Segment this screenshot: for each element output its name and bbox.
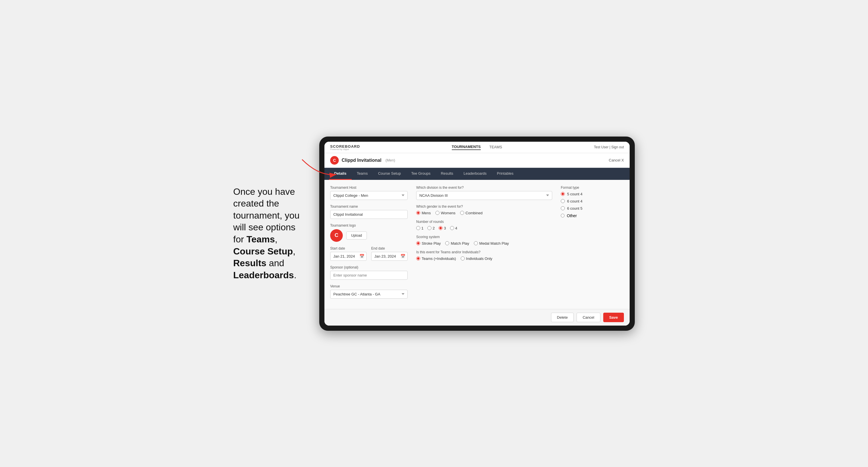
cancel-header-button[interactable]: Cancel X	[609, 158, 624, 162]
round-3[interactable]: 3	[439, 226, 446, 230]
gender-combined-radio[interactable]	[460, 211, 464, 215]
end-date-wrapper: 📅	[371, 252, 408, 261]
format-other-label: Other	[567, 213, 577, 218]
scoring-match[interactable]: Match Play	[445, 241, 469, 246]
individuals-only-radio[interactable]	[461, 256, 465, 260]
rounds-label: Number of rounds	[416, 220, 552, 224]
format-6count4-radio[interactable]	[561, 199, 565, 203]
tab-course-setup[interactable]: Course Setup	[373, 168, 406, 180]
venue-select[interactable]: Peachtree GC - Atlanta - GA	[330, 290, 408, 299]
upload-button[interactable]: Upload	[346, 231, 367, 240]
scoring-match-label: Match Play	[451, 241, 469, 246]
tab-details[interactable]: Details	[329, 168, 352, 180]
start-date-wrapper: 📅	[330, 252, 367, 261]
format-6count5[interactable]: 6 count 5	[561, 206, 624, 211]
format-6count5-label: 6 count 5	[567, 206, 583, 211]
format-6count4[interactable]: 6 count 4	[561, 199, 624, 204]
date-row: Start date 📅 End date 📅	[330, 246, 408, 261]
round-1-label: 1	[422, 226, 424, 230]
individuals-only-label: Individuals Only	[466, 256, 493, 261]
tab-tee-groups[interactable]: Tee Groups	[406, 168, 435, 180]
round-4-radio[interactable]	[450, 226, 454, 230]
nav-teams[interactable]: TEAMS	[489, 145, 502, 150]
gender-mens-label: Mens	[422, 211, 431, 215]
calendar-icon-end: 📅	[400, 254, 405, 258]
scoring-medal-radio[interactable]	[474, 241, 478, 245]
round-4[interactable]: 4	[450, 226, 457, 230]
round-3-label: 3	[444, 226, 446, 230]
teams-plus-individuals[interactable]: Teams (+Individuals)	[416, 256, 456, 261]
scoring-medal[interactable]: Medal Match Play	[474, 241, 509, 246]
format-5count4[interactable]: 5 count 4	[561, 192, 624, 196]
tournament-name: Clippd Invitational	[342, 158, 381, 163]
delete-button[interactable]: Delete	[551, 313, 574, 322]
gender-mens-radio[interactable]	[416, 211, 420, 215]
tournament-name-input[interactable]	[330, 210, 408, 219]
scoring-stroke[interactable]: Stroke Play	[416, 241, 441, 246]
gender-radio-group: Mens Womens Combined	[416, 211, 552, 215]
tournament-icon: C	[330, 156, 339, 165]
rounds-group: Number of rounds 1 2	[416, 220, 552, 230]
cancel-button[interactable]: Cancel	[577, 313, 600, 322]
nav-tournaments[interactable]: TOURNAMENTS	[452, 145, 481, 150]
tab-navigation: Details Teams Course Setup Tee Groups Re…	[324, 168, 630, 180]
format-5count4-label: 5 count 4	[567, 192, 583, 196]
scoring-label: Scoring system	[416, 235, 552, 239]
tab-leaderboards[interactable]: Leaderboards	[458, 168, 492, 180]
scoring-group: Scoring system Stroke Play Match Play	[416, 235, 552, 246]
tab-teams[interactable]: Teams	[352, 168, 373, 180]
scoring-match-radio[interactable]	[445, 241, 449, 245]
individuals-only[interactable]: Individuals Only	[461, 256, 493, 261]
tournament-title-area: C Clippd Invitational (Men)	[330, 156, 395, 165]
right-column: Format type 5 count 4 6 count 4 6 count …	[561, 186, 624, 303]
teams-plus-radio[interactable]	[416, 256, 420, 260]
round-1[interactable]: 1	[416, 226, 424, 230]
round-1-radio[interactable]	[416, 226, 420, 230]
tournament-name-group: Tournament name	[330, 205, 408, 219]
gender-mens[interactable]: Mens	[416, 211, 431, 215]
sponsor-input[interactable]	[330, 271, 408, 280]
tournament-header: C Clippd Invitational (Men) Cancel X	[324, 153, 630, 168]
sponsor-label: Sponsor (optional)	[330, 266, 408, 269]
logo-group: Tournament logo C Upload	[330, 223, 408, 242]
gender-group: Which gender is the event for? Mens Wome…	[416, 205, 552, 215]
app-screen: SCOREBOARD Powered by clippd TOURNAMENTS…	[324, 142, 630, 325]
teams-label: Is this event for Teams and/or Individua…	[416, 250, 552, 254]
gender-combined[interactable]: Combined	[460, 211, 483, 215]
top-bar: SCOREBOARD Powered by clippd TOURNAMENTS…	[324, 142, 630, 153]
round-2-label: 2	[433, 226, 435, 230]
left-column: Tournament Host Clippd College - Men Tou…	[330, 186, 416, 303]
gender-label: Which gender is the event for?	[416, 205, 552, 209]
gender-womens-label: Womens	[441, 211, 456, 215]
format-6count5-radio[interactable]	[561, 206, 565, 210]
scoring-stroke-radio[interactable]	[416, 241, 420, 245]
scoreboard-logo: SCOREBOARD Powered by clippd	[330, 144, 360, 151]
save-button[interactable]: Save	[603, 313, 624, 322]
venue-group: Venue Peachtree GC - Atlanta - GA	[330, 284, 408, 299]
gender-womens-radio[interactable]	[435, 211, 439, 215]
end-date-group: End date 📅	[371, 246, 408, 261]
format-other-radio[interactable]	[561, 214, 564, 217]
tab-printables[interactable]: Printables	[492, 168, 519, 180]
tab-results[interactable]: Results	[436, 168, 458, 180]
division-select[interactable]: NCAA Division III	[416, 191, 552, 200]
sidebar-description: Once you have created the tournament, yo…	[233, 186, 308, 281]
logo-area: SCOREBOARD Powered by clippd	[330, 144, 360, 151]
round-2-radio[interactable]	[427, 226, 431, 230]
logo-upload-area: C Upload	[330, 229, 408, 242]
round-2[interactable]: 2	[427, 226, 435, 230]
host-group: Tournament Host Clippd College - Men	[330, 186, 408, 200]
calendar-icon-start: 📅	[360, 254, 364, 258]
gender-womens[interactable]: Womens	[435, 211, 456, 215]
round-4-label: 4	[455, 226, 457, 230]
teams-plus-label: Teams (+Individuals)	[422, 256, 456, 261]
scoring-medal-label: Medal Match Play	[479, 241, 509, 246]
scoring-stroke-label: Stroke Play	[422, 241, 441, 246]
round-3-radio[interactable]	[439, 226, 443, 230]
format-5count4-radio[interactable]	[561, 192, 565, 196]
gender-combined-label: Combined	[466, 211, 483, 215]
host-select[interactable]: Clippd College - Men	[330, 191, 408, 200]
user-sign-out[interactable]: Test User | Sign out	[594, 145, 624, 149]
rounds-radio-group: 1 2 3 4	[416, 226, 552, 230]
main-content: Tournament Host Clippd College - Men Tou…	[324, 180, 630, 309]
